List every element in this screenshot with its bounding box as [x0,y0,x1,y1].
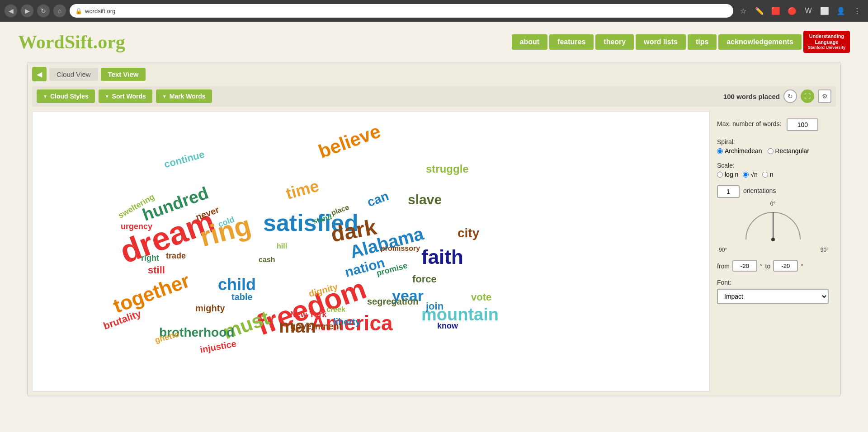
cloud-word: New York [290,310,326,319]
spiral-archimedean-label: Archimedean [725,147,762,155]
font-select[interactable]: Impact Arial Georgia Times New Roman Ver… [717,289,829,304]
settings-panel: Max. number of words: Spiral: Archimedea… [709,111,836,391]
cloud-word: child [218,277,256,293]
address-bar[interactable]: 🔒 wordsift.org [70,4,733,18]
scale-group: log n √n n [717,171,829,178]
scale-n-option[interactable]: n [762,171,774,178]
nav-badge[interactable]: Understanding Language Stanford Universi… [803,31,850,53]
scale-sqrtn-label: √n [750,171,757,178]
mark-words-button[interactable]: Mark Words [156,89,212,103]
spiral-rectangular-option[interactable]: Rectangular [768,147,810,155]
browser-chrome: ◀ ▶ ↻ ⌂ 🔒 wordsift.org ☆ ✏️ 🟥 🔴 W ⬜ 👤 ⋮ [0,0,868,22]
dial-center-label: 0° [717,201,829,207]
dial-labels: -90° 90° [717,247,829,253]
scale-sqrtn-option[interactable]: √n [743,171,757,178]
max-words-label: Max. number of words: [717,120,781,127]
nav-theory[interactable]: theory [595,34,634,50]
extension-icon-3[interactable]: 🔴 [786,5,798,17]
extension-icon-4[interactable]: W [802,5,815,17]
scale-row: Scale: log n √n n [717,162,829,178]
cloud-word: still [148,265,165,275]
degree-from: ° [760,263,763,270]
extension-icon-1[interactable]: ✏️ [753,5,766,17]
scale-logn-radio[interactable] [717,172,723,178]
scale-sqrtn-radio[interactable] [743,172,749,178]
menu-icon[interactable]: ⋮ [851,5,863,17]
badge-line3: Stanford University [808,45,845,50]
to-label: to [765,263,771,270]
spiral-label: Spiral: [717,138,829,146]
page-wrapper: WordSift.org about features theory word … [0,22,868,432]
from-angle-input[interactable] [732,260,757,272]
cloud-word: table [231,292,253,301]
spiral-radio-group: Archimedean Rectangular [717,147,829,155]
from-label: from [717,263,730,270]
cloud-word: struggle [426,164,469,174]
nav-tips[interactable]: tips [688,34,717,50]
font-row: Font: Impact Arial Georgia Times New Rom… [717,279,829,304]
cloud-word: mighty [195,304,225,313]
nav-acknowledgements[interactable]: acknowledgements [718,34,802,50]
forward-button[interactable]: ▶ [21,5,33,17]
degree-to: ° [801,263,803,270]
cloud-word: can [366,190,391,209]
nav-features[interactable]: features [549,34,594,50]
extension-icon-2[interactable]: 🟥 [769,5,782,17]
settings-button[interactable]: ⚙ [818,89,831,103]
orientation-dial-container: 0° -90° 90° [717,201,829,253]
controls-right: 100 words placed ↻ ⛶ ⚙ [723,89,831,103]
fullscreen-button[interactable]: ⛶ [801,89,814,103]
spiral-row: Spiral: Archimedean Rectangular [717,138,829,155]
badge-line1: Understanding [808,33,845,39]
cloud-word: force [412,274,437,284]
cloud-word: urgency [121,222,152,230]
tab-text-view[interactable]: Text View [101,68,146,81]
cloud-word: together [111,270,192,316]
refresh-button[interactable]: ↻ [783,89,797,103]
cloud-word: government [290,322,342,331]
profile-icon[interactable]: 👤 [835,5,847,17]
site-header: WordSift.org about features theory word … [0,22,868,62]
scale-label: Scale: [717,162,829,169]
cloud-styles-button[interactable]: Cloud Styles [37,89,95,103]
site-logo: WordSift.org [18,31,125,53]
bookmark-icon[interactable]: ☆ [737,5,750,17]
nav-bar: about features theory word lists tips ac… [512,31,850,53]
cloud-word: trade [166,252,186,260]
address-lock-icon: 🔒 [75,8,82,14]
tab-cloud-view[interactable]: Cloud View [49,68,98,81]
orientation-dial-svg [741,208,805,244]
main-content: ◀ Cloud View Text View Cloud Styles Sort… [27,62,841,396]
scale-logn-label: log n [725,171,738,178]
scale-n-radio[interactable] [762,172,768,178]
cloud-word: believe [316,122,383,161]
dial-right-label: 90° [821,247,829,253]
scale-logn-option[interactable]: log n [717,171,738,178]
word-cloud-area: believecontinuestruggledreamringsatisfie… [32,111,709,391]
to-angle-input[interactable] [773,260,798,272]
logo-word: Word [18,32,65,52]
browser-icons-right: ☆ ✏️ 🟥 🔴 W ⬜ 👤 ⋮ [737,5,863,17]
nav-word-lists[interactable]: word lists [636,34,686,50]
cloud-word: time [284,178,321,202]
spiral-archimedean-option[interactable]: Archimedean [717,147,762,155]
home-button[interactable]: ⌂ [53,5,66,17]
cloud-word: promissory [381,245,420,252]
sort-words-button[interactable]: Sort Words [99,89,152,103]
spiral-archimedean-radio[interactable] [717,148,723,154]
back-button[interactable]: ◀ [5,5,17,17]
reload-button[interactable]: ↻ [37,5,50,17]
nav-about[interactable]: about [512,34,548,50]
back-view-button[interactable]: ◀ [32,67,47,81]
orientations-label: orientations [743,187,776,194]
cloud-settings-layout: believecontinuestruggledreamringsatisfie… [32,111,836,391]
scale-n-label: n [770,171,774,178]
cloud-word: ghetto [154,330,180,344]
orientations-input[interactable] [717,185,740,198]
cloud-word: faith [421,247,463,267]
extension-icon-5[interactable]: ⬜ [818,5,831,17]
max-words-input[interactable] [787,118,818,131]
spiral-rectangular-radio[interactable] [768,148,774,154]
cloud-word: know [437,322,458,330]
cloud-word: vote [471,292,491,302]
